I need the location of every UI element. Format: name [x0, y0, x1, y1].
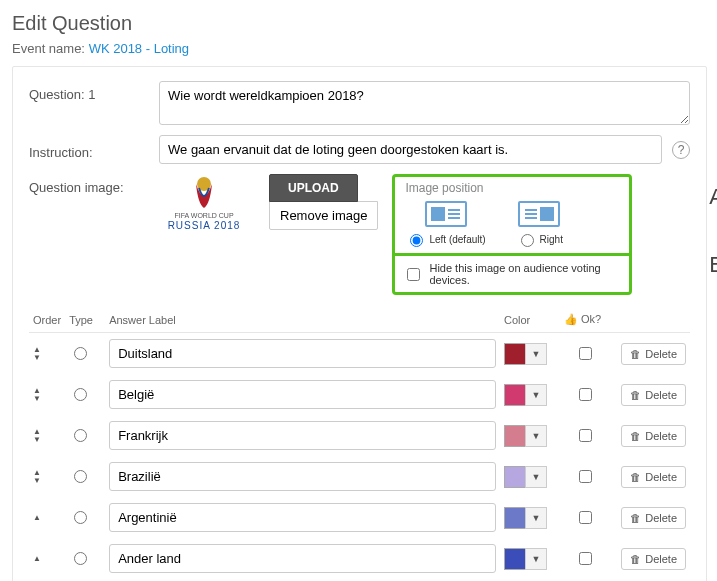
answer-label-input[interactable]: [109, 421, 496, 450]
color-swatch[interactable]: [504, 507, 526, 529]
position-right-icon: [518, 201, 560, 227]
hide-image-label: Hide this image on audience voting devic…: [429, 262, 621, 286]
answer-type-radio[interactable]: [74, 347, 87, 360]
trash-icon: 🗑: [630, 348, 641, 360]
delete-button[interactable]: 🗑Delete: [621, 466, 686, 488]
color-swatch[interactable]: [504, 466, 526, 488]
answer-type-radio[interactable]: [74, 552, 87, 565]
trash-icon: 🗑: [630, 430, 641, 442]
delete-button[interactable]: 🗑Delete: [621, 548, 686, 570]
answer-type-radio[interactable]: [74, 388, 87, 401]
help-icon[interactable]: ?: [672, 141, 690, 159]
answer-type-radio[interactable]: [74, 511, 87, 524]
move-down-icon[interactable]: ▼: [33, 477, 61, 485]
move-down-icon[interactable]: ▼: [33, 395, 61, 403]
move-up-icon[interactable]: ▲: [33, 555, 61, 563]
th-type: Type: [65, 309, 105, 333]
answer-label-input[interactable]: [109, 503, 496, 532]
remove-image-button[interactable]: Remove image: [269, 201, 378, 230]
instruction-label: Instruction:: [29, 139, 159, 160]
table-row: ▲▼🗑Delete: [29, 497, 690, 538]
position-right-radio[interactable]: Right: [516, 231, 563, 247]
th-ok: 👍 Ok?: [560, 309, 610, 333]
answers-table: Order Type Answer Label Color 👍 Ok? ▲▼▼🗑…: [29, 309, 690, 579]
table-row: ▲▼▼🗑Delete: [29, 456, 690, 497]
delete-button[interactable]: 🗑Delete: [621, 507, 686, 529]
event-label: Event name:: [12, 41, 85, 56]
event-link[interactable]: WK 2018 - Loting: [89, 41, 189, 56]
instruction-input[interactable]: [159, 135, 662, 164]
color-dropdown[interactable]: ▼: [525, 507, 547, 529]
table-row: ▲▼▼🗑Delete: [29, 333, 690, 375]
question-label: Question: 1: [29, 81, 159, 102]
color-swatch[interactable]: [504, 384, 526, 406]
image-position-box: Image position Left (default): [392, 174, 632, 295]
position-left-icon: [425, 201, 467, 227]
answer-label-input[interactable]: [109, 339, 496, 368]
page-title: Edit Question: [12, 12, 707, 35]
move-down-icon[interactable]: ▼: [33, 436, 61, 444]
answer-label-input[interactable]: [109, 462, 496, 491]
delete-button[interactable]: 🗑Delete: [621, 425, 686, 447]
color-swatch[interactable]: [504, 548, 526, 570]
table-row: ▲▼🗑Delete: [29, 538, 690, 579]
position-left-radio[interactable]: Left (default): [405, 231, 485, 247]
trash-icon: 🗑: [630, 512, 641, 524]
move-up-icon[interactable]: ▲: [33, 514, 61, 522]
color-dropdown[interactable]: ▼: [525, 548, 547, 570]
logo-text-2: RUSSIA 2018: [159, 220, 249, 231]
th-order: Order: [29, 309, 65, 333]
question-input[interactable]: <span></span>: [159, 81, 690, 125]
annotation-a: A.: [709, 184, 717, 210]
trash-icon: 🗑: [630, 471, 641, 483]
answer-label-input[interactable]: [109, 380, 496, 409]
event-line: Event name: WK 2018 - Loting: [12, 41, 707, 56]
color-swatch[interactable]: [504, 343, 526, 365]
logo-text-1: FIFA WORLD CUP: [159, 212, 249, 219]
delete-button[interactable]: 🗑Delete: [621, 343, 686, 365]
ok-checkbox[interactable]: [579, 347, 592, 360]
move-down-icon[interactable]: ▼: [33, 354, 61, 362]
th-color: Color: [500, 309, 560, 333]
annotation-b: B.: [709, 252, 717, 278]
trash-icon: 🗑: [630, 389, 641, 401]
edit-panel: Question: 1 <span></span> Instruction: ?…: [12, 66, 707, 581]
table-row: ▲▼▼🗑Delete: [29, 374, 690, 415]
upload-button[interactable]: UPLOAD: [269, 174, 358, 202]
ok-checkbox[interactable]: [579, 388, 592, 401]
ok-checkbox[interactable]: [579, 511, 592, 524]
hide-image-checkbox[interactable]: [407, 268, 420, 281]
image-position-title: Image position: [405, 181, 621, 195]
answer-type-radio[interactable]: [74, 470, 87, 483]
worldcup-logo-icon: [184, 174, 224, 210]
delete-button[interactable]: 🗑Delete: [621, 384, 686, 406]
color-dropdown[interactable]: ▼: [525, 425, 547, 447]
table-row: ▲▼▼🗑Delete: [29, 415, 690, 456]
ok-checkbox[interactable]: [579, 470, 592, 483]
trash-icon: 🗑: [630, 553, 641, 565]
ok-checkbox[interactable]: [579, 429, 592, 442]
ok-checkbox[interactable]: [579, 552, 592, 565]
color-dropdown[interactable]: ▼: [525, 466, 547, 488]
color-dropdown[interactable]: ▼: [525, 384, 547, 406]
th-label: Answer Label: [105, 309, 500, 333]
question-image-label: Question image:: [29, 174, 159, 195]
color-dropdown[interactable]: ▼: [525, 343, 547, 365]
color-swatch[interactable]: [504, 425, 526, 447]
question-image-thumbnail: FIFA WORLD CUP RUSSIA 2018: [159, 174, 249, 231]
answer-label-input[interactable]: [109, 544, 496, 573]
answer-type-radio[interactable]: [74, 429, 87, 442]
